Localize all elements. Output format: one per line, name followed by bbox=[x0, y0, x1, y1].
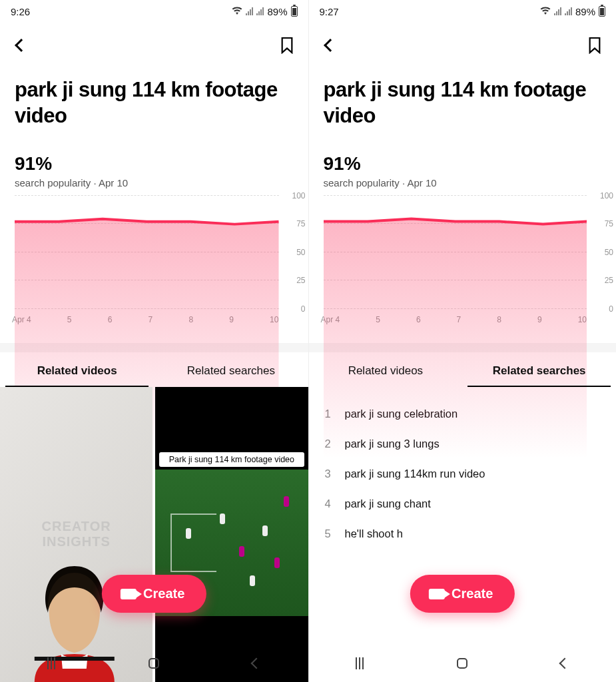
battery-pct: 89% bbox=[575, 6, 595, 17]
tab-related-searches[interactable]: Related searches bbox=[462, 352, 616, 387]
status-right: 89% bbox=[540, 6, 605, 17]
wifi-icon bbox=[540, 7, 551, 16]
popularity-chart: 100 75 50 25 0 bbox=[0, 188, 308, 312]
ytick: 0 bbox=[301, 304, 306, 314]
nav-recent[interactable] bbox=[38, 650, 65, 677]
tab-related-searches[interactable]: Related searches bbox=[154, 352, 308, 387]
popularity-sub: search popularity · Apr 10 bbox=[15, 177, 294, 188]
chevron-left-icon bbox=[324, 39, 337, 52]
video-thumbnail[interactable]: Park ji sung 114 km footage video bbox=[155, 387, 308, 683]
signal-icon-1 bbox=[554, 7, 561, 15]
ytick: 75 bbox=[296, 219, 305, 228]
bookmark-button[interactable] bbox=[585, 36, 604, 55]
battery-icon bbox=[291, 6, 298, 17]
bookmark-button[interactable] bbox=[278, 36, 296, 55]
ytick: 100 bbox=[600, 191, 613, 200]
status-time: 9:26 bbox=[11, 6, 30, 17]
battery-pct: 89% bbox=[267, 6, 287, 17]
nav-home[interactable] bbox=[141, 650, 167, 677]
chevron-left-icon bbox=[15, 39, 28, 52]
create-label: Create bbox=[452, 586, 493, 601]
android-navbar bbox=[0, 645, 308, 682]
nav-back[interactable] bbox=[551, 650, 578, 677]
ytick: 50 bbox=[296, 248, 305, 257]
video-caption: Park ji sung 114 km footage video bbox=[159, 452, 304, 467]
search-item[interactable]: 3park ji sung 114km run video bbox=[325, 459, 601, 489]
watermark: CREATOR INSIGHTS bbox=[42, 519, 111, 549]
metric-block: 91% search popularity · Apr 10 bbox=[309, 129, 617, 188]
video-thumbnail[interactable]: CREATOR INSIGHTS bbox=[0, 387, 153, 683]
page-title: park ji sung 114 km footage video bbox=[0, 61, 308, 129]
tab-related-videos[interactable]: Related videos bbox=[309, 352, 463, 387]
camera-icon bbox=[121, 589, 137, 599]
back-button[interactable] bbox=[321, 36, 340, 55]
ytick: 100 bbox=[292, 191, 305, 200]
create-label: Create bbox=[143, 586, 184, 601]
ytick: 0 bbox=[609, 304, 613, 314]
nav-back[interactable] bbox=[243, 650, 270, 677]
create-button[interactable]: Create bbox=[410, 575, 514, 613]
create-button[interactable]: Create bbox=[102, 575, 206, 613]
popularity-pct: 91% bbox=[324, 153, 602, 174]
ytick: 25 bbox=[296, 276, 305, 285]
header bbox=[309, 23, 617, 61]
popularity-pct: 91% bbox=[15, 153, 294, 174]
popularity-sub: search popularity · Apr 10 bbox=[324, 177, 602, 188]
battery-icon bbox=[599, 6, 605, 17]
ytick: 75 bbox=[605, 219, 613, 228]
status-bar: 9:27 89% bbox=[309, 0, 617, 23]
ytick: 50 bbox=[605, 248, 613, 257]
tabs: Related videos Related searches bbox=[309, 352, 617, 387]
header bbox=[0, 23, 308, 61]
nav-recent[interactable] bbox=[346, 650, 373, 677]
nav-home[interactable] bbox=[449, 650, 475, 677]
back-button[interactable] bbox=[12, 36, 31, 55]
wifi-icon bbox=[232, 7, 242, 16]
camera-icon bbox=[429, 589, 445, 599]
status-time: 9:27 bbox=[320, 6, 339, 17]
metric-block: 91% search popularity · Apr 10 bbox=[0, 129, 308, 188]
screen-right: 9:27 89% park ji sung 114 km footage vid… bbox=[308, 0, 617, 682]
android-navbar bbox=[309, 645, 617, 682]
search-item[interactable]: 5he'll shoot h bbox=[325, 519, 601, 549]
screen-left: 9:26 89% park ji sung 114 km footage vid… bbox=[0, 0, 308, 682]
page-title: park ji sung 114 km footage video bbox=[309, 61, 617, 129]
tab-related-videos[interactable]: Related videos bbox=[0, 352, 154, 387]
status-right: 89% bbox=[232, 6, 297, 17]
ytick: 25 bbox=[605, 276, 613, 285]
signal-icon-2 bbox=[565, 7, 572, 15]
status-bar: 9:26 89% bbox=[0, 0, 308, 23]
signal-icon-1 bbox=[246, 7, 253, 15]
bookmark-icon bbox=[587, 37, 602, 54]
search-item[interactable]: 4park ji sung chant bbox=[325, 489, 601, 519]
tabs: Related videos Related searches bbox=[0, 352, 308, 387]
signal-icon-2 bbox=[256, 7, 264, 15]
bookmark-icon bbox=[280, 37, 294, 54]
popularity-chart: 100 75 50 25 0 bbox=[309, 188, 617, 312]
chart-area bbox=[324, 195, 587, 459]
